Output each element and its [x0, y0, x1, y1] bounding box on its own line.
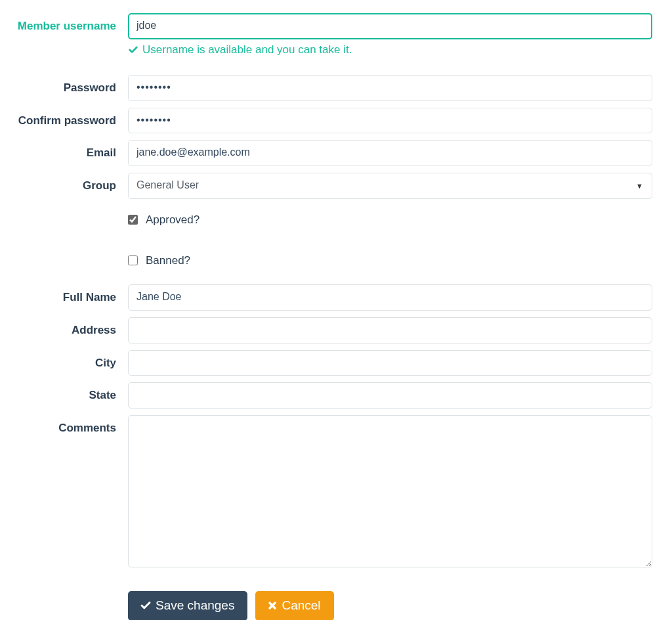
field-city-wrap	[128, 350, 672, 376]
row-group: Group General User ▼	[0, 173, 672, 199]
banned-checkbox[interactable]	[128, 255, 138, 265]
label-password: Password	[0, 75, 128, 95]
save-button[interactable]: Save changes	[128, 591, 247, 620]
row-banned: Banned?	[0, 231, 672, 275]
row-address: Address	[0, 317, 672, 343]
row-approved: Approved?	[0, 208, 672, 231]
approved-label: Approved?	[146, 213, 200, 227]
approved-checkbox-row: Approved?	[128, 208, 652, 231]
label-city: City	[0, 350, 128, 370]
spacer	[0, 66, 672, 75]
label-username: Member username	[0, 13, 128, 33]
field-confirm-password-wrap	[128, 108, 672, 134]
address-input[interactable]	[128, 317, 652, 343]
save-button-label: Save changes	[156, 598, 234, 613]
cancel-button[interactable]: Cancel	[255, 591, 333, 620]
field-full-name-wrap	[128, 284, 672, 311]
field-banned-wrap: Banned?	[128, 231, 672, 275]
email-input[interactable]	[128, 140, 652, 166]
row-city: City	[0, 350, 672, 376]
field-approved-wrap: Approved?	[128, 208, 672, 231]
field-state-wrap	[128, 382, 672, 409]
banned-checkbox-row: Banned?	[128, 249, 652, 271]
approved-checkbox[interactable]	[128, 215, 138, 225]
label-buttons-empty	[0, 579, 128, 586]
label-banned-empty	[0, 231, 128, 237]
button-row: Save changes Cancel	[128, 591, 652, 620]
group-select-wrap: General User ▼	[128, 173, 652, 199]
label-full-name: Full Name	[0, 284, 128, 304]
label-approved-empty	[0, 208, 128, 215]
label-email: Email	[0, 140, 128, 160]
close-icon	[267, 600, 278, 611]
check-icon	[128, 45, 138, 55]
username-help-text: Username is available and you can take i…	[142, 43, 352, 56]
row-state: State	[0, 382, 672, 409]
full-name-input[interactable]	[128, 284, 652, 311]
label-confirm-password: Confirm password	[0, 108, 128, 127]
member-edit-form: Member username Username is available an…	[0, 13, 672, 620]
label-address: Address	[0, 317, 128, 337]
row-full-name: Full Name	[0, 284, 672, 311]
field-buttons-wrap: Save changes Cancel	[128, 579, 672, 620]
row-comments: Comments	[0, 415, 672, 570]
row-password: Password	[0, 75, 672, 101]
city-input[interactable]	[128, 350, 652, 376]
row-username: Member username Username is available an…	[0, 13, 672, 56]
row-email: Email	[0, 140, 672, 166]
field-comments-wrap	[128, 415, 672, 570]
comments-textarea[interactable]	[128, 415, 652, 567]
confirm-password-input[interactable]	[128, 108, 652, 134]
check-icon	[140, 600, 152, 611]
row-confirm-password: Confirm password	[0, 108, 672, 134]
group-select[interactable]: General User	[128, 173, 652, 199]
username-input[interactable]	[128, 13, 652, 39]
label-state: State	[0, 382, 128, 402]
label-comments: Comments	[0, 415, 128, 435]
banned-label: Banned?	[146, 254, 190, 267]
password-input[interactable]	[128, 75, 652, 101]
field-email-wrap	[128, 140, 672, 166]
label-group: Group	[0, 173, 128, 192]
field-password-wrap	[128, 75, 672, 101]
field-username-wrap: Username is available and you can take i…	[128, 13, 672, 56]
cancel-button-label: Cancel	[282, 598, 320, 613]
row-buttons: Save changes Cancel	[0, 579, 672, 620]
field-group-wrap: General User ▼	[128, 173, 672, 199]
username-help: Username is available and you can take i…	[128, 43, 652, 56]
field-address-wrap	[128, 317, 672, 343]
state-input[interactable]	[128, 382, 652, 409]
